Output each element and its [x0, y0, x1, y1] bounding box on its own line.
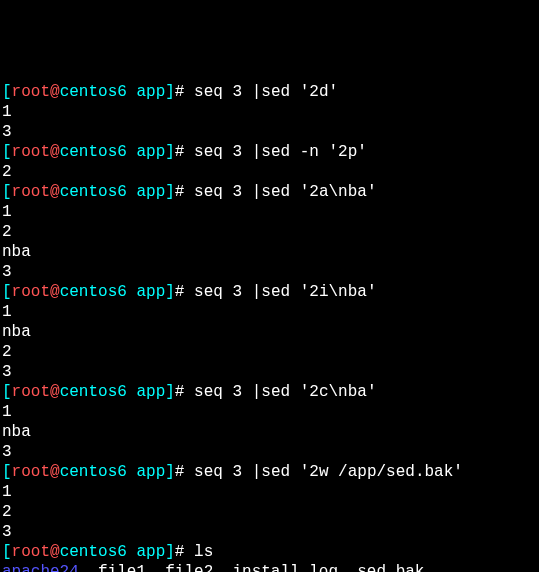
command-line: [root@centos6 app]# ls — [2, 542, 539, 562]
terminal[interactable]: [root@centos6 app]# seq 3 |sed '2d'13[ro… — [0, 80, 539, 572]
prompt-bracket-open: [ — [2, 543, 12, 561]
prompt-path: app — [127, 283, 165, 301]
command-text: seq 3 |sed '2d' — [194, 83, 338, 101]
output-line: 3 — [2, 362, 539, 382]
output-line: nba — [2, 422, 539, 442]
prompt-bracket-open: [ — [2, 383, 12, 401]
prompt-host: centos6 — [60, 183, 127, 201]
prompt-user: root — [12, 183, 50, 201]
command-text: seq 3 |sed '2w /app/sed.bak' — [194, 463, 463, 481]
output-line: 1 — [2, 482, 539, 502]
prompt-hash: # — [175, 543, 194, 561]
output-line: 2 — [2, 342, 539, 362]
output-line: nba — [2, 242, 539, 262]
prompt-at: @ — [50, 83, 60, 101]
prompt-bracket-close: ] — [165, 283, 175, 301]
prompt-hash: # — [175, 463, 194, 481]
prompt-path: app — [127, 83, 165, 101]
prompt-hash: # — [175, 83, 194, 101]
prompt-bracket-close: ] — [165, 463, 175, 481]
prompt-bracket-open: [ — [2, 143, 12, 161]
command-line: [root@centos6 app]# seq 3 |sed '2i\nba' — [2, 282, 539, 302]
prompt-host: centos6 — [60, 463, 127, 481]
command-line: [root@centos6 app]# seq 3 |sed -n '2p' — [2, 142, 539, 162]
output-line: 2 — [2, 162, 539, 182]
prompt-host: centos6 — [60, 143, 127, 161]
command-line: [root@centos6 app]# seq 3 |sed '2a\nba' — [2, 182, 539, 202]
output-line: 1 — [2, 202, 539, 222]
prompt-at: @ — [50, 543, 60, 561]
prompt-at: @ — [50, 383, 60, 401]
prompt-host: centos6 — [60, 383, 127, 401]
prompt-at: @ — [50, 463, 60, 481]
output-line: nba — [2, 322, 539, 342]
prompt-path: app — [127, 383, 165, 401]
prompt-user: root — [12, 283, 50, 301]
prompt-hash: # — [175, 383, 194, 401]
command-text: seq 3 |sed -n '2p' — [194, 143, 367, 161]
command-text: seq 3 |sed '2i\nba' — [194, 283, 376, 301]
prompt-user: root — [12, 383, 50, 401]
command-line: [root@centos6 app]# seq 3 |sed '2c\nba' — [2, 382, 539, 402]
prompt-path: app — [127, 543, 165, 561]
output-line: 1 — [2, 102, 539, 122]
prompt-user: root — [12, 83, 50, 101]
prompt-hash: # — [175, 143, 194, 161]
ls-files: file1 file2 install.log sed.bak — [79, 563, 425, 572]
prompt-bracket-open: [ — [2, 283, 12, 301]
prompt-bracket-open: [ — [2, 83, 12, 101]
prompt-path: app — [127, 143, 165, 161]
prompt-user: root — [12, 543, 50, 561]
prompt-bracket-close: ] — [165, 83, 175, 101]
prompt-hash: # — [175, 283, 194, 301]
prompt-host: centos6 — [60, 543, 127, 561]
command-line: [root@centos6 app]# seq 3 |sed '2w /app/… — [2, 462, 539, 482]
command-line: [root@centos6 app]# seq 3 |sed '2d' — [2, 82, 539, 102]
output-line: 2 — [2, 222, 539, 242]
prompt-bracket-close: ] — [165, 143, 175, 161]
prompt-host: centos6 — [60, 283, 127, 301]
prompt-user: root — [12, 463, 50, 481]
prompt-bracket-close: ] — [165, 183, 175, 201]
output-line: 3 — [2, 122, 539, 142]
command-text: ls — [194, 543, 213, 561]
prompt-bracket-open: [ — [2, 463, 12, 481]
command-text: seq 3 |sed '2a\nba' — [194, 183, 376, 201]
output-line: 3 — [2, 262, 539, 282]
output-line: 1 — [2, 302, 539, 322]
command-text: seq 3 |sed '2c\nba' — [194, 383, 376, 401]
prompt-host: centos6 — [60, 83, 127, 101]
prompt-at: @ — [50, 143, 60, 161]
output-line: 1 — [2, 402, 539, 422]
output-line: 2 — [2, 502, 539, 522]
prompt-user: root — [12, 143, 50, 161]
prompt-at: @ — [50, 283, 60, 301]
prompt-hash: # — [175, 183, 194, 201]
prompt-at: @ — [50, 183, 60, 201]
output-line: 3 — [2, 442, 539, 462]
prompt-bracket-close: ] — [165, 543, 175, 561]
ls-output-line: apache24 file1 file2 install.log sed.bak — [2, 562, 539, 572]
prompt-bracket-close: ] — [165, 383, 175, 401]
prompt-path: app — [127, 183, 165, 201]
directory-name: apache24 — [2, 563, 79, 572]
output-line: 3 — [2, 522, 539, 542]
prompt-path: app — [127, 463, 165, 481]
prompt-bracket-open: [ — [2, 183, 12, 201]
